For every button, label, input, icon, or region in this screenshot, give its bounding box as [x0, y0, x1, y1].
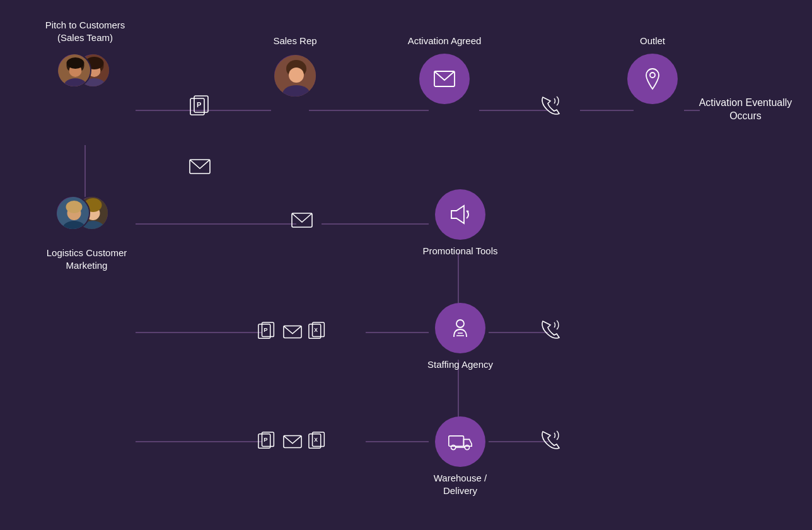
excel-icon-bottom: X: [308, 432, 328, 452]
pitch-avatars: [57, 50, 113, 94]
activation-agreed-label: Activation Agreed: [408, 35, 482, 47]
staffing-circle: [435, 303, 485, 353]
activation-eventually-node: Activation Eventually Occurs: [693, 91, 798, 123]
logistics-node: Logistics Customer Marketing: [35, 192, 139, 271]
outlet-node: Outlet: [621, 35, 684, 104]
email-icon-left: [188, 155, 212, 179]
phone-icon-top: [538, 95, 562, 119]
warehouse-label: Warehouse / Delivery: [419, 472, 501, 497]
logistics-avatar-1: [55, 196, 90, 230]
svg-point-38: [66, 201, 82, 213]
powerpoint-icon-bottom: P: [257, 432, 277, 452]
activation-eventually-label: Activation Eventually Occurs: [695, 97, 796, 123]
icon-row-middle: P X: [257, 322, 328, 342]
email-icon-mid: [282, 322, 303, 342]
powerpoint-icon-mid: P: [257, 322, 277, 342]
svg-text:X: X: [314, 327, 318, 333]
svg-text:P: P: [264, 326, 267, 333]
promotional-tools-node: Promotional Tools: [416, 189, 504, 257]
activation-agreed-node: Activation Agreed: [407, 35, 482, 104]
sales-rep-avatar: [273, 54, 317, 98]
svg-point-53: [456, 320, 464, 327]
warehouse-delivery-node: Warehouse / Delivery: [416, 416, 504, 497]
logistics-avatars: [55, 192, 119, 237]
phone-icon-warehouse: [538, 429, 562, 453]
svg-text:X: X: [314, 437, 318, 443]
svg-point-45: [467, 211, 469, 213]
promotional-label: Promotional Tools: [423, 245, 498, 257]
phone-icon-staffing: [538, 319, 562, 343]
email-icon-bottom: [282, 432, 303, 452]
staffing-label: Staffing Agency: [427, 358, 493, 371]
svg-rect-63: [449, 436, 464, 446]
email-icon-middle: [290, 208, 314, 232]
logistics-label: Logistics Customer Marketing: [46, 247, 128, 271]
avatar-1: [57, 53, 91, 88]
activation-agreed-circle: [419, 54, 470, 104]
pitch-to-customers-node: Pitch to Customers (Sales Team): [35, 19, 136, 94]
svg-text:P: P: [197, 101, 201, 109]
pitch-label: Pitch to Customers (Sales Team): [45, 19, 125, 44]
staffing-agency-node: Staffing Agency: [416, 303, 504, 371]
warehouse-circle: [435, 416, 485, 467]
sales-rep-label: Sales Rep: [273, 35, 316, 47]
svg-point-35: [650, 73, 655, 78]
svg-text:P: P: [264, 436, 267, 443]
diagram: Pitch to Customers (Sales Team): [0, 0, 812, 530]
svg-point-31: [289, 68, 304, 83]
outlet-circle: [627, 54, 678, 104]
svg-point-19: [67, 57, 84, 69]
icon-row-bottom: P X: [257, 432, 328, 452]
outlet-label: Outlet: [640, 35, 665, 47]
powerpoint-icon-top: P: [188, 95, 212, 119]
promotional-circle: [435, 189, 485, 240]
sales-rep-node: Sales Rep: [264, 35, 327, 98]
excel-icon-mid: X: [308, 322, 328, 342]
